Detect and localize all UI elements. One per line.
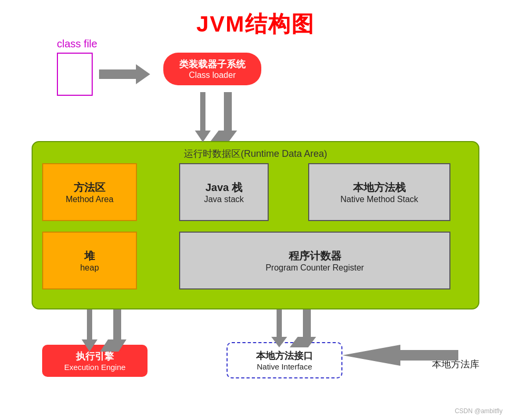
native-interface-box: 本地方法接口 Native Interface xyxy=(227,342,342,378)
heap-cn: 堆 xyxy=(84,249,95,263)
exec-engine-cn: 执行引擎 xyxy=(53,350,137,363)
native-stack-en: Native Method Stack xyxy=(340,195,418,204)
java-stack-en: Java stack xyxy=(204,195,244,204)
class-file-label: class file xyxy=(57,38,97,50)
native-library-label: 本地方法库 xyxy=(432,358,479,371)
native-stack-cn: 本地方法栈 xyxy=(353,181,406,195)
class-loader-cn: 类装载器子系统 xyxy=(179,58,245,71)
method-area-cn: 方法区 xyxy=(74,181,105,195)
arrow-classfile-to-classloader xyxy=(99,64,150,84)
native-interface-en: Native Interface xyxy=(243,362,326,371)
java-stack-cn: Java 栈 xyxy=(205,181,242,195)
native-method-stack-box: 本地方法栈 Native Method Stack xyxy=(308,163,450,221)
class-loader-box: 类装载器子系统 Class loader xyxy=(163,53,261,85)
exec-engine-en: Execution Engine xyxy=(53,363,137,372)
arrow-classloader-down xyxy=(195,92,211,142)
heap-box: 堆 heap xyxy=(42,232,137,289)
counter-cn: 程序计数器 xyxy=(289,249,341,263)
java-stack-box: Java 栈 Java stack xyxy=(179,163,269,221)
runtime-label: 运行时数据区(Runtime Data Area) xyxy=(33,142,478,160)
native-interface-cn: 本地方法接口 xyxy=(243,349,326,362)
method-area-en: Method Area xyxy=(66,195,114,204)
counter-en: Program Counter Register xyxy=(266,263,364,273)
class-loader-en: Class loader xyxy=(179,71,245,80)
method-area-box: 方法区 Method Area xyxy=(42,163,137,221)
page-title: JVM结构图 xyxy=(0,0,511,39)
heap-en: heap xyxy=(80,263,99,273)
arrow-classloader-up xyxy=(211,92,237,141)
class-file-box xyxy=(57,53,93,96)
counter-box: 程序计数器 Program Counter Register xyxy=(179,232,450,289)
exec-engine-box: 执行引擎 Execution Engine xyxy=(42,345,148,377)
watermark: CSDN @ambitfly xyxy=(455,407,503,415)
